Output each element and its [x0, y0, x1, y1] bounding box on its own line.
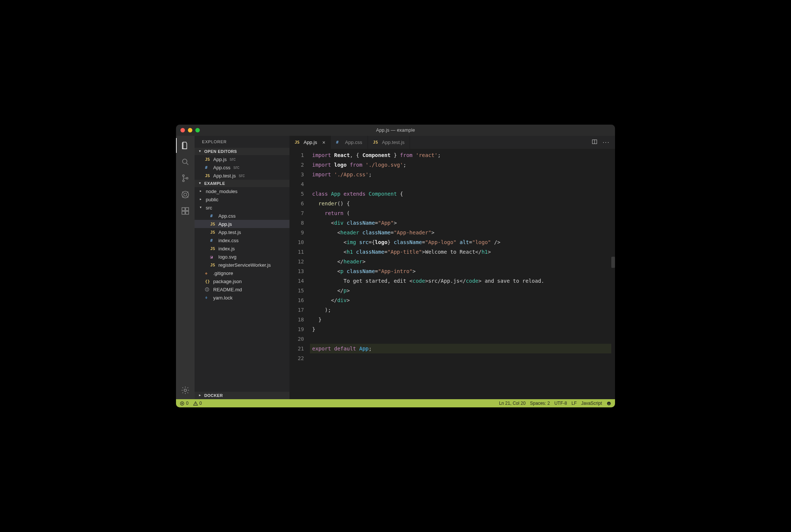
open-editors-list: JSApp.jssrc#App.csssrcJSApp.test.jssrc: [195, 155, 289, 180]
open-editors-header[interactable]: ▾ OPEN EDITORS: [195, 148, 289, 155]
file-icon: #: [210, 214, 216, 218]
status-indent[interactable]: Spaces: 2: [530, 401, 550, 406]
file-name: App.css: [218, 213, 236, 219]
maximize-window-button[interactable]: [195, 128, 200, 132]
file-icon: JS: [210, 230, 216, 235]
folder-item[interactable]: ▸public: [195, 195, 289, 203]
source-control-icon[interactable]: [180, 173, 190, 183]
file-icon: JS: [210, 246, 216, 251]
file-hint: src: [230, 157, 236, 162]
split-editor-icon[interactable]: [592, 139, 598, 146]
tabs: JSApp.js×#App.cssJSApp.test.js ···: [289, 136, 615, 149]
file-item[interactable]: ⓘREADME.md: [195, 285, 289, 294]
folder-item[interactable]: ▾src: [195, 203, 289, 212]
file-name: logo.svg: [218, 254, 236, 260]
file-name: App.js: [213, 157, 227, 162]
file-icon: JS: [210, 222, 216, 227]
svg-rect-8: [182, 211, 185, 214]
extensions-icon[interactable]: [180, 206, 190, 216]
app-window: App.js — example: [176, 125, 615, 407]
status-cursor[interactable]: Ln 21, Col 20: [499, 401, 525, 406]
status-language[interactable]: JavaScript: [581, 401, 602, 406]
file-icon: JS: [210, 263, 216, 267]
window-title: App.js — example: [376, 128, 415, 133]
svg-point-2: [183, 180, 185, 182]
folder-item[interactable]: ▸node_modules: [195, 187, 289, 195]
file-item[interactable]: {}package.json: [195, 277, 289, 285]
chevron-right-icon: ▸: [200, 189, 204, 193]
svg-point-14: [608, 403, 608, 403]
editor[interactable]: 12345678910111213141516171819202122 impo…: [289, 149, 615, 399]
file-name: App.js: [218, 221, 232, 227]
file-icon: JS: [205, 173, 211, 178]
open-editor-item[interactable]: #App.csssrc: [195, 163, 289, 172]
project-header[interactable]: ▾ EXAMPLE: [195, 180, 289, 187]
status-eol[interactable]: LF: [571, 401, 577, 406]
chevron-down-icon: ▾: [199, 149, 203, 153]
tab-label: App.css: [345, 140, 362, 145]
explorer-icon[interactable]: [180, 140, 190, 151]
file-item[interactable]: JSApp.test.js: [195, 228, 289, 236]
status-warnings[interactable]: 0: [193, 401, 202, 406]
close-tab-icon[interactable]: ×: [322, 140, 325, 145]
folder-name: node_modules: [206, 189, 237, 194]
file-icon: JS: [205, 157, 211, 162]
svg-rect-7: [186, 208, 189, 211]
file-item[interactable]: #index.css: [195, 236, 289, 244]
open-editors-label: OPEN EDITORS: [204, 149, 237, 154]
svg-point-15: [609, 403, 609, 403]
open-editor-item[interactable]: JSApp.jssrc: [195, 155, 289, 163]
file-icon: ◆: [205, 271, 211, 276]
more-actions-icon[interactable]: ···: [603, 139, 610, 146]
open-editor-item[interactable]: JSApp.test.jssrc: [195, 172, 289, 180]
file-icon: ◪: [210, 254, 216, 259]
status-encoding[interactable]: UTF-8: [554, 401, 567, 406]
tab-label: App.test.js: [382, 140, 405, 145]
close-window-button[interactable]: [180, 128, 185, 132]
activity-bar: [176, 136, 195, 399]
tab[interactable]: #App.css: [331, 136, 368, 149]
status-feedback-icon[interactable]: [606, 401, 611, 406]
svg-point-5: [184, 193, 187, 196]
status-errors-count: 0: [186, 401, 189, 406]
tab[interactable]: JSApp.test.js: [368, 136, 410, 149]
svg-point-1: [183, 175, 185, 177]
file-name: README.md: [213, 287, 242, 292]
file-name: package.json: [213, 279, 242, 284]
folder-name: src: [206, 205, 212, 211]
code-area[interactable]: import React, { Component } from 'react'…: [310, 149, 615, 399]
project-tree: ▸node_modules▸public▾src#App.cssJSApp.js…: [195, 187, 289, 302]
svg-point-10: [184, 389, 186, 391]
minimize-window-button[interactable]: [188, 128, 192, 132]
file-item[interactable]: ◆.gitignore: [195, 269, 289, 277]
file-item[interactable]: JSregisterServiceWorker.js: [195, 261, 289, 269]
svg-point-0: [183, 159, 187, 164]
file-icon: JS: [295, 140, 301, 145]
debug-icon[interactable]: [180, 189, 190, 200]
file-item[interactable]: JSindex.js: [195, 244, 289, 253]
main-area: EXPLORER ▾ OPEN EDITORS JSApp.jssrc#App.…: [176, 136, 615, 399]
file-icon: #: [205, 165, 211, 170]
status-errors[interactable]: 0: [180, 401, 189, 406]
chevron-down-icon: ▾: [200, 205, 204, 209]
file-item[interactable]: #App.css: [195, 212, 289, 220]
chevron-right-icon: ▸: [199, 393, 203, 397]
file-icon: JS: [373, 140, 379, 145]
status-bar: 0 0 Ln 21, Col 20 Spaces: 2 UTF-8 LF Jav…: [176, 399, 615, 407]
file-name: .gitignore: [213, 270, 233, 276]
docker-header[interactable]: ▸ DOCKER: [195, 392, 289, 399]
file-item[interactable]: JSApp.js: [195, 220, 289, 228]
file-name: registerServiceWorker.js: [218, 262, 271, 268]
file-icon: {}: [205, 279, 211, 284]
chevron-right-icon: ▸: [200, 197, 204, 201]
line-gutter: 12345678910111213141516171819202122: [289, 149, 310, 399]
file-name: yarn.lock: [213, 295, 233, 301]
file-item[interactable]: ◪logo.svg: [195, 253, 289, 261]
file-hint: src: [239, 173, 245, 178]
search-icon[interactable]: [180, 157, 190, 167]
settings-gear-icon[interactable]: [180, 385, 190, 395]
editor-group: JSApp.js×#App.cssJSApp.test.js ··· 12345…: [289, 136, 615, 399]
file-item[interactable]: ⚘yarn.lock: [195, 294, 289, 302]
tab[interactable]: JSApp.js×: [289, 136, 331, 149]
file-name: index.js: [218, 246, 235, 251]
